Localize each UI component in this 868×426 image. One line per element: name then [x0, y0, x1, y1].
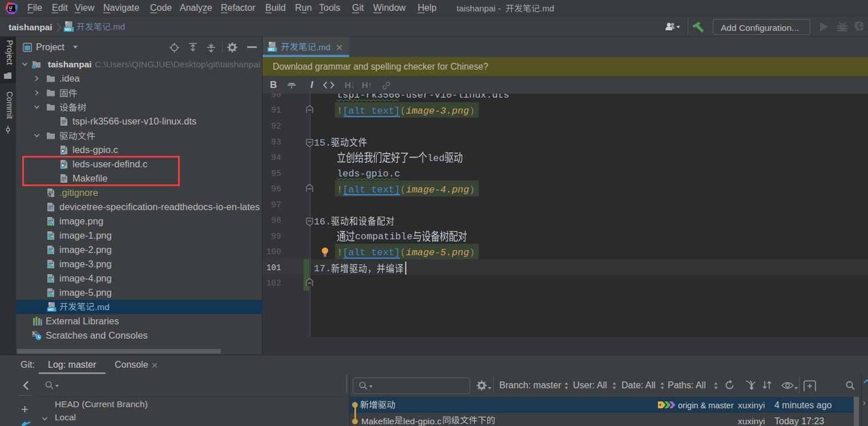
svg-text:MD: MD — [48, 307, 54, 311]
svg-text:MD: MD — [65, 27, 71, 31]
svg-text:IJ: IJ — [9, 6, 13, 10]
svg-text:MD: MD — [268, 47, 274, 51]
svg-text:?: ? — [50, 207, 54, 212]
